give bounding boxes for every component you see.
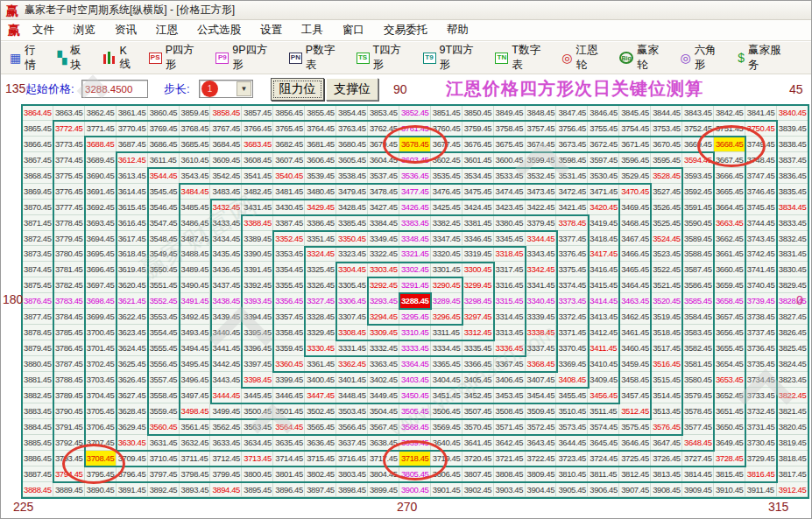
menu-item-5[interactable]: 设置 [260, 23, 282, 38]
grid-cell: 3446.45 [273, 388, 305, 403]
menu-item-4[interactable]: 公式选股 [197, 23, 241, 38]
grid-cell: 3427.45 [368, 200, 399, 215]
grid-cell: 3867.45 [22, 152, 53, 168]
toolbar-item[interactable]: P99P四方形 [215, 43, 278, 73]
angle-label-225: 225 [13, 500, 33, 514]
grid-cell: 3775.45 [53, 168, 85, 184]
grid-cell: 3592.45 [682, 184, 714, 200]
grid-cell: 3573.45 [556, 419, 588, 435]
grid-cell: 3804.45 [368, 466, 399, 482]
grid-cell: 3336.45 [494, 340, 526, 356]
toolbar-item[interactable]: ◎六角形 [681, 43, 727, 73]
grid-cell: 3655.45 [714, 340, 745, 356]
grid-cell: 3524.45 [651, 231, 682, 247]
toolbar-item[interactable]: T99T四方形 [423, 43, 484, 73]
grid-cell: 3780.45 [53, 246, 85, 262]
grid-cell: 3449.45 [368, 388, 399, 403]
grid-cell: 3292.45 [368, 277, 399, 293]
grid-cell: 3838.45 [777, 137, 808, 152]
grid-cell: 3903.45 [494, 482, 526, 498]
grid-cell: 3580.45 [682, 372, 714, 388]
grid-cell: 3472.45 [556, 184, 588, 200]
toolbar-item[interactable]: ◎江恩轮 [561, 43, 608, 73]
menu-item-0[interactable]: 文件 [32, 23, 54, 38]
child-window-icon[interactable]: 赢 [8, 23, 20, 39]
toolbar-item[interactable]: K线 [103, 45, 138, 72]
grid-cell: 3587.45 [682, 262, 714, 277]
grid-cell: 3419.45 [588, 215, 619, 231]
toolbar-item[interactable]: TST四方形 [357, 43, 412, 73]
toolbar-item[interactable]: ▚板块 [57, 43, 91, 73]
menu-item-8[interactable]: 交易委托 [384, 23, 427, 38]
grid-cell: 3774.45 [53, 152, 85, 168]
grid-cell: 3856.45 [273, 105, 305, 121]
toolbar-item[interactable]: $赢家服务 [738, 43, 791, 73]
grid-cell: 3828.45 [777, 293, 808, 309]
grid-cell: 3328.45 [305, 309, 336, 325]
grid-cell: 3516.45 [651, 356, 682, 372]
grid-cell: 3588.45 [682, 246, 714, 262]
resistance-button[interactable]: 阻力位 [271, 78, 324, 101]
toolbar-item[interactable]: Big赢家轮 [619, 43, 668, 73]
toolbar-item[interactable]: PNP数字表 [289, 43, 345, 73]
grid-cell: 3640.45 [431, 435, 462, 451]
grid-cell: 3621.45 [117, 293, 148, 309]
grid-cell: 3806.45 [431, 466, 462, 482]
grid-cell: 3699.45 [85, 309, 117, 325]
toolbar-item[interactable]: TNT数字表 [495, 43, 550, 73]
grid-cell: 3713.45 [242, 451, 273, 466]
grid-cell: 3294.45 [368, 309, 399, 325]
grid-cell: 3668.45 [714, 137, 745, 152]
grid-cell: 3407.45 [526, 372, 557, 388]
grid-cell: 3539.45 [305, 168, 336, 184]
toolbar-item-label: P数字表 [306, 43, 345, 73]
grid-cell: 3502.45 [305, 403, 336, 419]
grid-cell: 3742.45 [745, 246, 777, 262]
grid-cell: 3744.45 [745, 215, 777, 231]
toolbar-item[interactable]: ▦行情 [10, 43, 46, 73]
toolbar-item-label: P四方形 [166, 43, 205, 73]
grid-cell: 3675.45 [494, 137, 526, 152]
grid-cell: 3452.45 [462, 388, 494, 403]
grid-cell: 3670.45 [651, 137, 682, 152]
menu-item-1[interactable]: 浏览 [74, 23, 95, 38]
grid-cell: 3908.45 [651, 482, 682, 498]
grid-cell: 3363.45 [368, 356, 399, 372]
menu-item-3[interactable]: 江恩 [156, 23, 178, 38]
grid-cell: 3504.45 [368, 403, 399, 419]
toolbar-item[interactable]: PSP四方形 [149, 43, 205, 73]
grid-cell: 3375.45 [556, 262, 588, 277]
grid-cell: 3681.45 [305, 137, 336, 152]
grid-cell: 3647.45 [651, 435, 682, 451]
grid-cell: 3549.45 [148, 246, 180, 262]
menu-item-9[interactable]: 帮助 [447, 23, 469, 38]
grid-cell: 3532.45 [526, 168, 557, 184]
grid-cell: 3312.45 [462, 325, 494, 340]
start-price-input[interactable] [81, 80, 148, 98]
grid-cell: 3859.45 [180, 105, 211, 121]
grid-cell: 3714.45 [273, 451, 305, 466]
menu-item-7[interactable]: 窗口 [342, 23, 364, 38]
grid-cell: 3475.45 [462, 184, 494, 200]
grid-cell: 3406.45 [494, 372, 526, 388]
grid-cell: 3691.45 [85, 184, 117, 200]
grid-cell: 3854.45 [336, 105, 368, 121]
grid-cell: 3657.45 [714, 309, 745, 325]
grid-cell: 3832.45 [777, 231, 808, 247]
grid-cell: 3497.45 [180, 388, 211, 403]
grid-cell: 3593.45 [682, 168, 714, 184]
grid-cell: 3464.45 [619, 277, 651, 293]
grid-cell: 3545.45 [148, 184, 180, 200]
support-button[interactable]: 支撑位 [326, 78, 378, 101]
grid-cell: 3531.45 [556, 168, 588, 184]
grid-cell: 3395.45 [242, 325, 273, 340]
grid-cell: 3430.45 [273, 200, 305, 215]
menu-item-2[interactable]: 资讯 [115, 23, 137, 38]
menu-item-6[interactable]: 工具 [301, 23, 323, 38]
grid-cell: 3800.45 [242, 466, 273, 482]
chevron-down-icon[interactable]: ▼ [237, 81, 251, 96]
grid-cell: 3853.45 [368, 105, 399, 121]
grid-cell: 3750.45 [745, 121, 777, 137]
grid-cell: 3888.45 [22, 482, 53, 498]
grid-cell: 3877.45 [22, 309, 53, 325]
